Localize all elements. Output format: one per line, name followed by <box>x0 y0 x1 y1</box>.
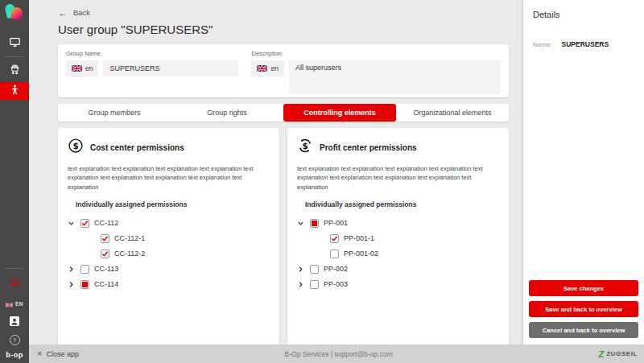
checkbox-cc-114-indeterminate[interactable] <box>80 280 89 289</box>
svg-text:$: $ <box>72 141 78 151</box>
group-name-language-chip[interactable]: en <box>66 60 98 76</box>
footer-support-text: B-Op Services | support@b-op.com <box>79 350 598 358</box>
tree-item-label: CC-112-1 <box>114 234 145 242</box>
tree-item-pp-003: PP-003 <box>297 277 499 292</box>
tab-controlling-elements[interactable]: Controlling elements <box>283 104 396 122</box>
checkbox-pp-001-1-checked[interactable] <box>330 234 339 243</box>
description-field: Description en <box>251 50 501 89</box>
chevron-down-icon[interactable] <box>297 219 305 227</box>
tree-item-label: PP-001 <box>324 219 348 227</box>
chevron-right-icon[interactable] <box>68 280 76 288</box>
details-panel: Details Name: SUPERUSERS Save changesSav… <box>523 0 644 344</box>
users-group-icon <box>8 278 21 291</box>
tree-item-label: PP-001-1 <box>344 234 374 242</box>
tree-item-label: PP-001-02 <box>344 250 378 258</box>
chevron-spacer <box>317 250 325 258</box>
tab-organizational-elements[interactable]: Organizational elements <box>396 104 509 122</box>
cost-center-icon: $ <box>68 138 84 157</box>
page-title: User group "SUPERUSERS" <box>58 23 509 36</box>
profit-center-tree: PP-001PP-001-1PP-001-02PP-002PP-003 <box>297 216 499 292</box>
uk-flag-icon <box>72 65 82 72</box>
tab-group-rights[interactable]: Group rights <box>171 104 283 122</box>
save-and-back-to-overview-button[interactable]: Save and back to overview <box>529 301 638 317</box>
group-info-card: Group Name en <box>58 44 509 97</box>
tree-item-cc-113: CC-113 <box>68 262 270 277</box>
details-title: Details <box>533 10 634 19</box>
tree-item-cc-112-1: CC-112-1 <box>68 231 270 246</box>
name-label: Name: <box>533 41 552 48</box>
group-name-field: Group Name en <box>66 50 238 89</box>
tree-item-label: CC-112 <box>94 219 118 227</box>
group-name-input[interactable] <box>103 60 238 76</box>
checkbox-pp-001-indeterminate[interactable] <box>310 219 319 228</box>
logo-gradient-shape <box>10 6 23 20</box>
tree-item-cc-112: CC-112 <box>68 216 270 231</box>
help-button[interactable]: ? <box>10 335 20 345</box>
checkbox-cc-113-unchecked[interactable] <box>80 265 89 274</box>
cost-center-panel: $ Cost center permissions text explanati… <box>58 128 279 347</box>
language-selector[interactable]: EN <box>6 296 23 311</box>
chevron-right-icon[interactable] <box>297 265 305 273</box>
description-textarea[interactable]: All superusers <box>289 60 501 94</box>
footer-bar: × Close app B-Op Services | support@b-op… <box>29 344 644 363</box>
checkbox-pp-003-unchecked[interactable] <box>310 280 319 289</box>
close-icon: × <box>37 350 42 357</box>
sidebar-item-shop[interactable] <box>0 60 29 80</box>
checkbox-pp-002-unchecked[interactable] <box>310 265 319 274</box>
sidebar-item-users-active[interactable] <box>0 82 29 100</box>
panel-subheading: Individually assigned permissions <box>305 200 499 208</box>
cost-center-tree: CC-112CC-112-1CC-112-2CC-113CC-114 <box>68 216 270 292</box>
language-code: en <box>270 64 278 72</box>
zugseil-name: ZUGSEIL <box>606 350 638 357</box>
contact-button[interactable] <box>8 315 21 331</box>
user-groups-button[interactable] <box>8 276 21 292</box>
tree-item-pp-001-02: PP-001-02 <box>297 246 499 262</box>
panel-title: Cost center permissions <box>90 143 184 152</box>
monitor-icon <box>8 35 22 52</box>
description-language-chip[interactable]: en <box>251 60 283 76</box>
close-app-button[interactable]: × Close app <box>37 350 79 358</box>
tab-bar: Group membersGroup rightsControlling ele… <box>58 104 509 122</box>
person-icon <box>9 84 21 99</box>
chevron-spacer <box>88 250 96 258</box>
details-actions: Save changesSave and back to overviewCan… <box>529 275 638 338</box>
app-window: EN ? b-op ← Back User group "SU <box>0 0 644 363</box>
checkbox-cc-112-checked[interactable] <box>80 219 89 228</box>
language-label: EN <box>15 301 23 307</box>
cart-crown-icon <box>8 62 22 79</box>
permission-panels: $ Cost center permissions text explanati… <box>58 128 509 347</box>
back-button[interactable]: ← Back <box>58 8 509 17</box>
chevron-down-icon[interactable] <box>68 219 76 227</box>
chevron-spacer <box>317 234 325 242</box>
checkbox-cc-112-1-checked[interactable] <box>101 234 109 243</box>
language-code: en <box>85 64 93 72</box>
tree-item-label: CC-114 <box>94 280 118 288</box>
sidebar-divider <box>5 56 24 57</box>
app-logo[interactable] <box>4 3 25 24</box>
panel-explanation: text explanation text explanation text e… <box>297 164 499 192</box>
save-changes-button[interactable]: Save changes <box>529 280 638 296</box>
help-icon: ? <box>10 335 20 345</box>
main-content: ← Back User group "SUPERUSERS" Group Nam… <box>29 0 523 344</box>
sidebar-bottom: EN ? b-op <box>5 265 24 363</box>
uk-flag-icon <box>6 296 13 311</box>
tab-group-members[interactable]: Group members <box>58 104 171 122</box>
checkbox-cc-112-2-checked[interactable] <box>101 250 109 258</box>
panel-title: Profit center permissions <box>320 143 417 152</box>
chevron-right-icon[interactable] <box>297 280 305 288</box>
tree-item-pp-001-1: PP-001-1 <box>297 231 499 246</box>
tree-item-label: PP-003 <box>324 280 348 288</box>
tree-item-label: CC-112-2 <box>114 250 145 258</box>
contact-card-icon <box>8 316 21 330</box>
group-name-label: Group Name <box>66 50 238 57</box>
cancel-and-back-to-overview-button[interactable]: Cancel and back to overview <box>529 322 638 338</box>
chevron-right-icon[interactable] <box>68 265 76 273</box>
sidebar-divider-bottom <box>5 268 24 269</box>
sidebar-item-monitor[interactable] <box>0 34 29 53</box>
panel-subheading: Individually assigned permissions <box>76 200 270 208</box>
zugseil-logo: Z ZUGSEIL <box>598 350 638 358</box>
profit-center-panel: $ Profit center permissions text explana… <box>287 128 509 347</box>
checkbox-pp-001-02-unchecked[interactable] <box>330 250 339 258</box>
back-label: Back <box>73 8 90 17</box>
tree-item-pp-002: PP-002 <box>297 262 499 277</box>
